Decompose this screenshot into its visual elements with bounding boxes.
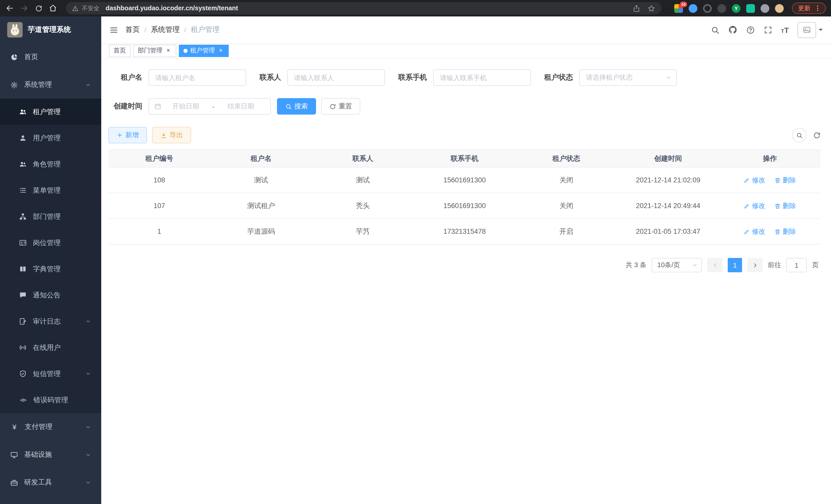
sidebar-group-sms[interactable]: 短信管理 — [0, 361, 101, 387]
extension-icon-green-square[interactable] — [746, 4, 755, 12]
export-button[interactable]: 导出 — [152, 127, 191, 143]
edit-log-icon — [19, 318, 27, 325]
edit-link[interactable]: 修改 — [744, 201, 765, 210]
breadcrumb-system[interactable]: 系统管理 — [151, 25, 180, 34]
reset-button[interactable]: 重置 — [321, 98, 360, 115]
cell-tenant-id: 108 — [109, 167, 210, 193]
chevron-down-icon — [85, 480, 91, 485]
refresh-table-button[interactable] — [813, 131, 821, 139]
sidebar-group-dev-tools[interactable]: 研发工具 — [0, 469, 101, 496]
tab-tenant[interactable]: 租户管理 × — [179, 45, 229, 57]
browser-menu-icon[interactable] — [814, 5, 821, 12]
mobile-input[interactable] — [433, 69, 531, 86]
field-label: 租户名 — [109, 73, 142, 82]
cell-tenant-name: 测试租户 — [210, 193, 312, 218]
close-icon[interactable]: × — [165, 47, 172, 54]
bookmark-star-icon[interactable] — [648, 4, 655, 12]
top-navbar: 首页 / 系统管理 / 租户管理 TT — [101, 17, 831, 43]
column-header: 创建时间 — [617, 150, 719, 167]
extension-icon-blue[interactable] — [689, 4, 697, 12]
button-label: 重置 — [339, 102, 352, 111]
sidebar-group-infra[interactable]: 基础设施 — [0, 441, 101, 469]
user-avatar-menu[interactable] — [798, 22, 823, 38]
close-icon[interactable]: × — [218, 47, 224, 54]
font-size-icon[interactable]: TT — [781, 26, 789, 34]
edit-link[interactable]: 修改 — [744, 227, 765, 236]
sidebar-item-online-user[interactable]: 在线用户 — [0, 334, 101, 361]
sidebar-item-label: 租户管理 — [33, 107, 61, 116]
button-label: 新增 — [125, 130, 139, 140]
extension-icon-gray[interactable] — [761, 4, 769, 12]
extension-icon-ring[interactable] — [703, 4, 712, 12]
header-search-icon[interactable] — [711, 25, 719, 34]
sidebar-item-dept[interactable]: 部门管理 — [0, 203, 101, 230]
browser-home-button[interactable] — [46, 2, 60, 15]
sidebar-item-role[interactable]: 角色管理 — [0, 151, 101, 177]
sidebar-item-menu[interactable]: 菜单管理 — [0, 177, 101, 203]
delete-link[interactable]: 删除 — [774, 227, 796, 236]
sidebar-item-dict[interactable]: 字典管理 — [0, 256, 101, 282]
cell-tenant-name: 芋道源码 — [210, 218, 312, 244]
tab-home[interactable]: 首页 — [109, 45, 131, 57]
sidebar-toggle-button[interactable] — [110, 25, 118, 34]
sitemap-icon — [19, 213, 27, 220]
sidebar-item-tenant[interactable]: 租户管理 — [0, 99, 101, 125]
sidebar-item-label: 菜单管理 — [33, 186, 61, 195]
page-size-value: 10条/页 — [657, 261, 692, 270]
share-icon[interactable] — [633, 4, 640, 12]
goto-page-input[interactable] — [786, 258, 807, 272]
prev-page-button[interactable] — [707, 258, 722, 272]
breadcrumb-current: 租户管理 — [191, 25, 220, 34]
broadcast-icon — [19, 344, 27, 351]
browser-reload-button[interactable] — [32, 2, 45, 15]
sidebar-item-home[interactable]: 首页 — [0, 43, 101, 71]
button-label: 搜索 — [294, 102, 308, 111]
toggle-search-button[interactable] — [792, 128, 806, 142]
sidebar-group-system[interactable]: 系统管理 — [0, 71, 101, 99]
extension-icon-collage[interactable]: 10 — [674, 4, 683, 12]
sidebar-item-error-code[interactable]: </> 错误码管理 — [0, 387, 101, 413]
delete-link[interactable]: 删除 — [774, 175, 796, 185]
chevron-down-icon — [85, 452, 91, 457]
search-button[interactable]: 搜索 — [277, 98, 316, 115]
github-icon[interactable] — [728, 25, 737, 34]
browser-forward-button[interactable] — [18, 2, 31, 15]
tenant-name-input[interactable] — [148, 69, 246, 86]
contact-input[interactable] — [287, 69, 385, 86]
start-date-placeholder: 开始日期 — [161, 102, 210, 111]
edit-link[interactable]: 修改 — [744, 175, 765, 185]
sidebar-item-notice[interactable]: 通知公告 — [0, 282, 101, 308]
sidebar-group-audit-log[interactable]: 审计日志 — [0, 308, 101, 334]
sidebar-group-payment[interactable]: ¥ 支付管理 — [0, 413, 101, 441]
breadcrumb-home[interactable]: 首页 — [125, 25, 140, 34]
delete-link[interactable]: 删除 — [774, 201, 796, 210]
cell-created: 2021-01-05 17:03:47 — [617, 218, 719, 244]
main-area: 首页 / 系统管理 / 租户管理 TT — [101, 17, 831, 504]
status-select[interactable]: 请选择租户状态 — [579, 69, 677, 86]
page-1-button[interactable]: 1 — [728, 258, 742, 272]
sidebar-item-post[interactable]: 岗位管理 — [0, 230, 101, 256]
browser-back-button[interactable] — [3, 2, 17, 15]
help-icon[interactable] — [746, 25, 755, 34]
extension-icon-green-circle[interactable]: Y — [732, 4, 741, 12]
link-label: 删除 — [783, 175, 796, 185]
chevron-down-icon — [85, 319, 91, 324]
page-size-select[interactable]: 10条/页 — [652, 258, 702, 272]
next-page-button[interactable] — [747, 258, 763, 272]
fullscreen-icon[interactable] — [764, 25, 772, 34]
add-button[interactable]: 新增 — [109, 127, 147, 143]
extension-icon-dark[interactable] — [717, 4, 726, 12]
link-label: 修改 — [752, 227, 765, 236]
column-header: 租户名 — [210, 150, 312, 167]
table-row: 1 芋道源码 芋艿 17321315478 开启 2021-01-05 17:0… — [109, 218, 821, 244]
date-range-picker[interactable]: 开始日期 - 结束日期 — [148, 98, 271, 115]
sidebar-item-user[interactable]: 用户管理 — [0, 125, 101, 151]
comment-icon — [19, 291, 27, 299]
search-icon — [796, 132, 802, 139]
profile-avatar-icon[interactable] — [775, 4, 784, 12]
browser-update-button[interactable]: 更新 — [792, 3, 826, 14]
table-row: 108 测试 测试 15601691300 关闭 2021-12-14 21:0… — [109, 167, 821, 193]
address-bar[interactable]: 不安全 dashboard.yudao.iocoder.cn/system/te… — [66, 2, 661, 14]
pencil-icon — [744, 203, 750, 209]
tab-dept[interactable]: 部门管理 × — [133, 45, 176, 57]
